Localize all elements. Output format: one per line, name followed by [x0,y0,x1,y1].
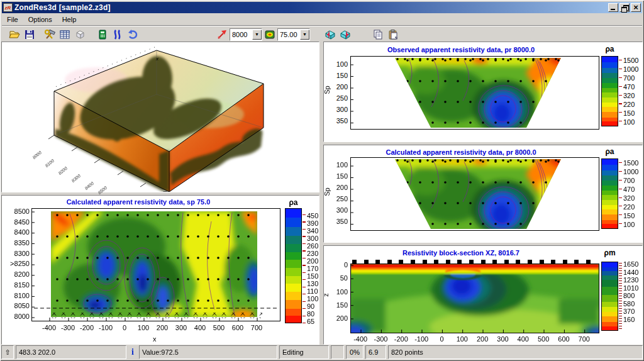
status-mode: Editing [279,345,329,359]
section-map-button[interactable] [262,28,277,42]
cube-arrow-right-icon [339,29,352,40]
undo-arrow-icon [127,29,138,40]
tick-label: 8400 [14,228,30,236]
tick-label: 8000 [14,313,30,320]
colorbar-label: 450 [307,212,318,219]
tick-label: 100 [336,161,348,169]
colorbar-label: 150 [623,212,638,219]
menu-divider [2,25,642,26]
profile-select-button[interactable] [214,28,230,42]
tools-icon [44,29,55,40]
tick-label: 150 [336,301,348,309]
colorbar-label: 200 [307,257,318,265]
colorbar-label: 470 [623,83,638,91]
app-window: zR ZondRes3d [sample2.z3d] File Options … [0,0,644,361]
save-button[interactable] [22,28,37,42]
undo-button[interactable] [125,28,140,42]
sp-select[interactable]: 75.00 ▼ [277,28,310,41]
close-button[interactable] [631,3,641,12]
colorbar [285,208,302,323]
tick-label: 250 [336,94,348,102]
colorbar-label: 1000 [623,65,638,73]
colorbar-labels: 1650144012301010800580370160 [623,260,638,323]
colorbar-label: 100 [623,221,638,228]
colorbar-title: ρa [601,147,619,156]
tick-label: 150 [336,72,348,79]
cursor-mode-icon: ⇧ [1,345,14,359]
panel-sp-section[interactable]: Calculated apparent resistivity data, sp… [1,195,319,345]
tick-label: 150 [336,172,348,180]
chevron-down-icon[interactable]: ▼ [300,30,309,40]
settings-tools-button[interactable] [42,28,57,42]
open-file-button[interactable] [7,28,22,42]
panel-3d-view[interactable]: 800081008200830084008500 x [1,42,319,192]
tick-label: 250 [336,195,348,203]
model-3d-plot[interactable] [2,42,319,192]
paste-icon [387,29,399,40]
chevron-down-icon[interactable]: ▼ [252,30,262,40]
tick-label: 8300 [14,250,30,257]
restore-button[interactable] [619,3,630,12]
tick-label: 600 [228,324,247,331]
colorbar-label: 370 [623,308,638,315]
tick-label: 8500 [14,208,30,215]
colorbar-label: 230 [307,250,318,257]
colorbar-label: 800 [623,292,638,299]
colorbar-label: 1650 [623,260,638,268]
colorbar-label: 1000 [623,168,638,175]
colorbar-labels: 4503903403002602302001701501301101009080… [307,212,318,319]
paste-button[interactable] [386,28,401,42]
colorbar-label: 300 [307,235,318,242]
tick-label: 500 [209,324,228,331]
menu-help[interactable]: Help [57,14,82,25]
sp-section-plot[interactable] [31,208,280,321]
colorbar-label: 100 [307,295,318,303]
panel-calculated[interactable]: Calculated apparent resistivity data, pr… [323,145,643,243]
tick-label: -300 [370,335,391,343]
tick-label: 700 [574,335,594,343]
tick-label: -400 [40,324,58,331]
colorbar-title: ρa [601,45,619,53]
colorbar-label: 390 [307,219,318,227]
map-icon [264,29,275,40]
tick-label: 8350 [14,239,30,247]
colorbar-label: 100 [623,118,638,126]
app-icon[interactable]: zR [3,3,13,12]
colorbar-label: 150 [623,109,638,117]
pr-select-value: 8000 [230,31,252,38]
y-axis-ticks: 050100150200 [333,261,348,322]
data-table-button[interactable] [57,28,72,42]
colorbar-label: 1500 [623,57,638,64]
panel-observed[interactable]: Observed apparent resistivity data, pr 8… [323,42,643,142]
mesh-button[interactable] [110,28,125,42]
colorbar [601,158,618,229]
next-section-button[interactable] [338,28,353,42]
colorbar-label: 110 [307,287,318,295]
info-icon: i [128,345,137,359]
tick-label: 8450 [14,218,30,226]
copy-button[interactable] [370,28,386,42]
model-cube-button[interactable] [72,28,87,42]
colorbar-title: ρa [284,198,303,207]
prev-section-button[interactable] [323,28,338,42]
calculator-button[interactable] [95,28,110,42]
open-folder-icon [9,29,20,40]
colorbar-label: 1010 [623,284,638,292]
status-percent: 0% [346,345,364,359]
chart-title: Calculated apparent resistivity data, pr… [324,148,598,156]
minimize-button[interactable] [608,3,618,12]
colorbar-labels: 15001000700470320220150100 [623,159,638,228]
status-points: 820 points [388,345,643,359]
tick-label: 200 [153,324,172,331]
pr-select[interactable]: 8000 ▼ [230,28,262,41]
title-bar: zR ZondRes3d [sample2.z3d] [2,2,642,13]
panel-block-section[interactable]: Resistivity block-section XZ, 8016.7 z 0… [323,245,643,345]
observed-plot[interactable] [350,56,599,130]
menu-options[interactable]: Options [23,14,57,25]
cube-icon [74,29,86,40]
menu-file[interactable]: File [2,14,23,25]
axis-3d-x-label: x [156,56,158,62]
calculated-plot[interactable] [350,157,599,231]
block-section-plot[interactable] [350,264,599,333]
colorbar-ticks [303,214,306,324]
